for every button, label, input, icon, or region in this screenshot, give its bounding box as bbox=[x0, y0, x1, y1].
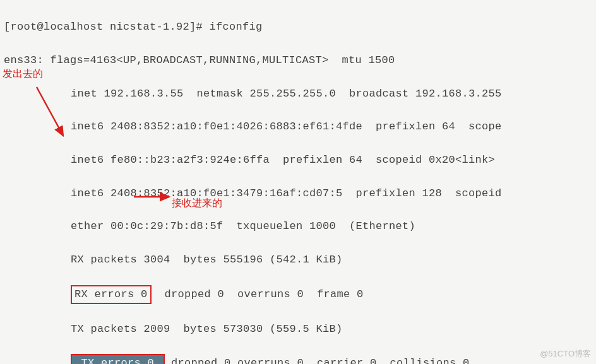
tx-errors-highlight: TX errors 0 bbox=[71, 354, 165, 364]
tx-errors-rest: dropped 0 overruns 0 carrier 0 collision… bbox=[165, 357, 470, 364]
ens33-tx-packets: TX packets 2009 bytes 573030 (559.5 KiB) bbox=[4, 321, 592, 338]
ens33-rx-packets: RX packets 3004 bytes 555196 (542.1 KiB) bbox=[4, 252, 592, 268]
ens33-inet: inet 192.168.3.55 netmask 255.255.255.0 … bbox=[4, 86, 592, 102]
ens33-header: ens33: flags=4163<UP,BROADCAST,RUNNING,M… bbox=[4, 52, 592, 69]
rx-errors-highlight: RX errors 0 bbox=[71, 285, 152, 304]
ens33-inet6-1: inet6 2408:8352:a10:f0e1:4026:6883:ef61:… bbox=[4, 119, 592, 135]
ens33-tx-errors-line: TX errors 0 dropped 0 overruns 0 carrier… bbox=[4, 354, 592, 364]
ens33-ether: ether 00:0c:29:7b:d8:5f txqueuelen 1000 … bbox=[4, 218, 592, 235]
ens33-inet6-2: inet6 fe80::b23:a2f3:924e:6ffa prefixlen… bbox=[4, 152, 592, 168]
terminal-output: [root@localhost nicstat-1.92]# ifconfig … bbox=[4, 3, 592, 364]
annotation-outgoing: 发出去的 bbox=[3, 66, 43, 82]
watermark: @51CTO博客 bbox=[540, 348, 591, 360]
ens33-inet6-3: inet6 2408:8352:a10:f0e1:3479:16af:cd07:… bbox=[4, 185, 592, 202]
prompt-line: [root@localhost nicstat-1.92]# ifconfig bbox=[4, 19, 592, 35]
annotation-incoming: 接收进来的 bbox=[172, 196, 222, 211]
ens33-rx-errors-line: RX errors 0 dropped 0 overruns 0 frame 0 bbox=[4, 285, 592, 304]
rx-errors-rest: dropped 0 overruns 0 frame 0 bbox=[152, 288, 364, 300]
